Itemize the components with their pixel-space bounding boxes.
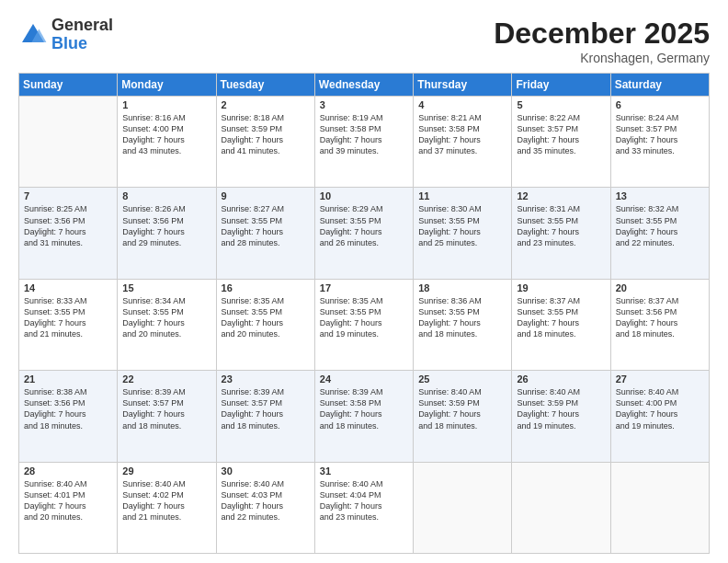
day-info: Sunrise: 8:32 AM Sunset: 3:55 PM Dayligh… <box>616 203 704 248</box>
table-row: 22Sunrise: 8:39 AM Sunset: 3:57 PM Dayli… <box>118 371 216 462</box>
day-info: Sunrise: 8:39 AM Sunset: 3:58 PM Dayligh… <box>320 386 408 431</box>
day-number: 26 <box>517 373 605 385</box>
table-row <box>19 97 118 188</box>
logo-icon <box>18 20 48 50</box>
day-info: Sunrise: 8:25 AM Sunset: 3:56 PM Dayligh… <box>24 203 112 248</box>
table-row: 29Sunrise: 8:40 AM Sunset: 4:02 PM Dayli… <box>118 462 216 553</box>
day-info: Sunrise: 8:22 AM Sunset: 3:57 PM Dayligh… <box>517 112 605 157</box>
table-row: 2Sunrise: 8:18 AM Sunset: 3:59 PM Daylig… <box>216 97 314 188</box>
page-header: General Blue December 2025 Kronshagen, G… <box>18 17 710 65</box>
day-info: Sunrise: 8:35 AM Sunset: 3:55 PM Dayligh… <box>320 295 408 340</box>
day-number: 14 <box>24 282 112 293</box>
day-number: 15 <box>122 282 210 293</box>
day-number: 7 <box>24 190 112 201</box>
day-info: Sunrise: 8:18 AM Sunset: 3:59 PM Dayligh… <box>222 112 310 157</box>
day-number: 20 <box>616 282 704 293</box>
day-number: 16 <box>222 282 310 293</box>
day-info: Sunrise: 8:30 AM Sunset: 3:55 PM Dayligh… <box>418 203 506 248</box>
table-row: 25Sunrise: 8:40 AM Sunset: 3:59 PM Dayli… <box>414 371 512 462</box>
day-number: 6 <box>616 99 704 110</box>
day-info: Sunrise: 8:40 AM Sunset: 4:02 PM Dayligh… <box>122 478 210 523</box>
col-saturday: Saturday <box>610 74 709 97</box>
day-info: Sunrise: 8:24 AM Sunset: 3:57 PM Dayligh… <box>616 112 704 157</box>
day-info: Sunrise: 8:16 AM Sunset: 4:00 PM Dayligh… <box>122 112 210 157</box>
table-row: 4Sunrise: 8:21 AM Sunset: 3:58 PM Daylig… <box>414 97 512 188</box>
day-number: 22 <box>122 373 210 385</box>
day-info: Sunrise: 8:37 AM Sunset: 3:55 PM Dayligh… <box>517 295 605 340</box>
table-row <box>414 462 512 553</box>
calendar-header-row: Sunday Monday Tuesday Wednesday Thursday… <box>19 74 710 97</box>
table-row: 30Sunrise: 8:40 AM Sunset: 4:03 PM Dayli… <box>216 462 314 553</box>
table-row: 5Sunrise: 8:22 AM Sunset: 3:57 PM Daylig… <box>512 97 610 188</box>
day-info: Sunrise: 8:27 AM Sunset: 3:55 PM Dayligh… <box>222 203 310 248</box>
day-info: Sunrise: 8:36 AM Sunset: 3:55 PM Dayligh… <box>418 295 506 340</box>
table-row: 28Sunrise: 8:40 AM Sunset: 4:01 PM Dayli… <box>19 462 118 553</box>
day-info: Sunrise: 8:37 AM Sunset: 3:56 PM Dayligh… <box>616 295 704 340</box>
table-row: 12Sunrise: 8:31 AM Sunset: 3:55 PM Dayli… <box>512 188 610 279</box>
table-row: 16Sunrise: 8:35 AM Sunset: 3:55 PM Dayli… <box>216 279 314 370</box>
table-row: 11Sunrise: 8:30 AM Sunset: 3:55 PM Dayli… <box>414 188 512 279</box>
table-row: 19Sunrise: 8:37 AM Sunset: 3:55 PM Dayli… <box>512 279 610 370</box>
day-info: Sunrise: 8:40 AM Sunset: 4:04 PM Dayligh… <box>320 478 408 523</box>
day-number: 8 <box>122 190 210 201</box>
day-number: 21 <box>24 373 112 385</box>
day-number: 25 <box>418 373 506 385</box>
table-row: 13Sunrise: 8:32 AM Sunset: 3:55 PM Dayli… <box>610 188 709 279</box>
col-wednesday: Wednesday <box>314 74 413 97</box>
day-number: 9 <box>222 190 310 201</box>
day-number: 2 <box>222 99 310 110</box>
day-info: Sunrise: 8:40 AM Sunset: 4:01 PM Dayligh… <box>24 478 112 523</box>
day-info: Sunrise: 8:34 AM Sunset: 3:55 PM Dayligh… <box>122 295 210 340</box>
day-info: Sunrise: 8:40 AM Sunset: 4:00 PM Dayligh… <box>616 386 704 431</box>
day-number: 10 <box>320 190 408 201</box>
table-row: 8Sunrise: 8:26 AM Sunset: 3:56 PM Daylig… <box>118 188 216 279</box>
title-block: December 2025 Kronshagen, Germany <box>494 17 710 65</box>
table-row: 3Sunrise: 8:19 AM Sunset: 3:58 PM Daylig… <box>314 97 413 188</box>
col-thursday: Thursday <box>414 74 512 97</box>
col-tuesday: Tuesday <box>216 74 314 97</box>
location-subtitle: Kronshagen, Germany <box>494 51 710 65</box>
day-number: 29 <box>122 465 210 477</box>
calendar-table: Sunday Monday Tuesday Wednesday Thursday… <box>18 73 710 554</box>
day-number: 3 <box>320 99 408 110</box>
day-info: Sunrise: 8:19 AM Sunset: 3:58 PM Dayligh… <box>320 112 408 157</box>
table-row: 1Sunrise: 8:16 AM Sunset: 4:00 PM Daylig… <box>118 97 216 188</box>
table-row: 27Sunrise: 8:40 AM Sunset: 4:00 PM Dayli… <box>610 371 709 462</box>
day-info: Sunrise: 8:39 AM Sunset: 3:57 PM Dayligh… <box>222 386 310 431</box>
day-number: 11 <box>418 190 506 201</box>
table-row: 23Sunrise: 8:39 AM Sunset: 3:57 PM Dayli… <box>216 371 314 462</box>
table-row: 31Sunrise: 8:40 AM Sunset: 4:04 PM Dayli… <box>314 462 413 553</box>
table-row: 17Sunrise: 8:35 AM Sunset: 3:55 PM Dayli… <box>314 279 413 370</box>
col-monday: Monday <box>118 74 216 97</box>
table-row: 26Sunrise: 8:40 AM Sunset: 3:59 PM Dayli… <box>512 371 610 462</box>
day-info: Sunrise: 8:38 AM Sunset: 3:56 PM Dayligh… <box>24 386 112 431</box>
day-number: 28 <box>24 465 112 477</box>
logo-general: General <box>51 17 113 35</box>
day-info: Sunrise: 8:40 AM Sunset: 3:59 PM Dayligh… <box>517 386 605 431</box>
day-number: 24 <box>320 373 408 385</box>
day-number: 30 <box>222 465 310 477</box>
day-number: 17 <box>320 282 408 293</box>
logo-blue: Blue <box>51 35 113 53</box>
day-number: 5 <box>517 99 605 110</box>
day-number: 19 <box>517 282 605 293</box>
day-number: 12 <box>517 190 605 201</box>
day-number: 1 <box>122 99 210 110</box>
table-row: 10Sunrise: 8:29 AM Sunset: 3:55 PM Dayli… <box>314 188 413 279</box>
day-info: Sunrise: 8:40 AM Sunset: 3:59 PM Dayligh… <box>418 386 506 431</box>
day-number: 4 <box>418 99 506 110</box>
table-row: 24Sunrise: 8:39 AM Sunset: 3:58 PM Dayli… <box>314 371 413 462</box>
day-info: Sunrise: 8:39 AM Sunset: 3:57 PM Dayligh… <box>122 386 210 431</box>
day-info: Sunrise: 8:29 AM Sunset: 3:55 PM Dayligh… <box>320 203 408 248</box>
col-sunday: Sunday <box>19 74 118 97</box>
table-row: 18Sunrise: 8:36 AM Sunset: 3:55 PM Dayli… <box>414 279 512 370</box>
day-info: Sunrise: 8:40 AM Sunset: 4:03 PM Dayligh… <box>222 478 310 523</box>
table-row: 6Sunrise: 8:24 AM Sunset: 3:57 PM Daylig… <box>610 97 709 188</box>
day-info: Sunrise: 8:31 AM Sunset: 3:55 PM Dayligh… <box>517 203 605 248</box>
logo: General Blue <box>18 17 113 53</box>
col-friday: Friday <box>512 74 610 97</box>
day-number: 18 <box>418 282 506 293</box>
day-number: 27 <box>616 373 704 385</box>
table-row <box>610 462 709 553</box>
day-number: 23 <box>222 373 310 385</box>
